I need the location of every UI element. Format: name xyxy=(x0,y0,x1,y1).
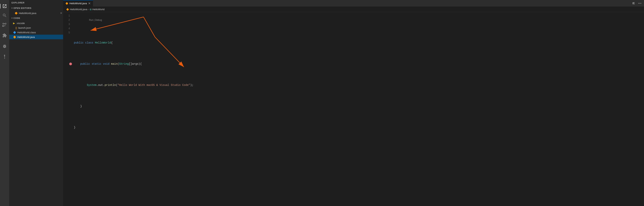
tab-close-button[interactable]: ✕ xyxy=(88,2,90,5)
code-line-2[interactable]: public static void main(String[]args){ xyxy=(72,62,644,66)
line-num-2: 2 xyxy=(63,18,70,22)
extensions-activity-icon[interactable] xyxy=(0,31,9,40)
explorer-activity-icon[interactable] xyxy=(0,2,9,11)
breakpoint-indicator xyxy=(69,63,72,65)
kw-atic: atic xyxy=(95,62,103,66)
tab-actions xyxy=(630,0,644,7)
args: []args){ xyxy=(129,62,142,66)
code-section-label: CODE xyxy=(14,17,20,19)
run-debug-activity-icon[interactable] xyxy=(0,42,9,51)
class-name: HelloWorld xyxy=(95,41,111,45)
brace-1: { xyxy=(111,41,112,45)
run-debug-hint: Run | Debug xyxy=(84,14,102,26)
open-editors-header[interactable]: ▾ OPEN EDITORS xyxy=(9,6,63,11)
kw-class: class xyxy=(85,41,95,45)
explorer-title: EXPLORER xyxy=(9,0,63,6)
kw-void: void xyxy=(103,62,111,66)
code-line-5[interactable]: } xyxy=(72,125,644,130)
breadcrumb-separator: › xyxy=(88,8,89,11)
line-num-1: 1 xyxy=(63,14,70,18)
code-line-4[interactable]: } xyxy=(72,104,644,108)
svg-point-1 xyxy=(640,3,640,4)
svg-line-5 xyxy=(144,17,155,37)
hello-world-class-name: HelloWorld.class xyxy=(17,31,36,34)
open-editors-chevron: ▾ xyxy=(12,7,13,9)
println-method: println xyxy=(105,83,116,87)
code-editor[interactable]: 1 2 3 4 5 Run | Debug public class Hello… xyxy=(63,12,644,206)
paren-3: ( xyxy=(116,83,117,87)
source-control-activity-icon[interactable] xyxy=(0,20,9,29)
annotation-arrow xyxy=(72,12,246,95)
line-num-3: 3 xyxy=(63,22,70,26)
method-main: main xyxy=(111,62,118,66)
class-icon: 🔷 xyxy=(13,31,16,34)
vscode-folder-name: .vscode xyxy=(16,22,25,25)
dot-out: .out. xyxy=(96,83,105,87)
java-file-icon: 🔶 xyxy=(14,12,18,15)
hello-world-java-tab[interactable]: 🔶 HelloWorld.java ✕ xyxy=(63,0,93,7)
code-chevron: ▾ xyxy=(12,17,13,19)
close-brace-class: } xyxy=(74,125,76,130)
svg-point-2 xyxy=(641,3,641,4)
explorer-label: EXPLORER xyxy=(12,2,24,4)
tab-label: HelloWorld.java xyxy=(70,2,87,5)
breadcrumb-file[interactable]: HelloWorld.java xyxy=(70,8,87,11)
line-num-4: 4 xyxy=(63,26,70,31)
code-section-header[interactable]: ▾ CODE xyxy=(9,16,63,21)
more-actions-button[interactable] xyxy=(637,1,642,6)
test-activity-icon[interactable] xyxy=(0,52,9,62)
string-literal: "Hello World With macOS & Visual Studio … xyxy=(118,83,190,87)
folder-icon: ▶ xyxy=(13,22,15,25)
open-editor-hello-world[interactable]: 🔶 HelloWorld.java ✕ xyxy=(9,11,63,16)
open-editor-filename: HelloWorld.java xyxy=(19,12,36,15)
semi-3: ); xyxy=(190,83,194,87)
hello-world-java-item[interactable]: 🔶 HelloWorld.java xyxy=(9,35,63,39)
sidebar: EXPLORER ▾ OPEN EDITORS 🔶 HelloWorld.jav… xyxy=(9,0,63,206)
kw-public-2: public xyxy=(80,62,92,66)
activity-bar xyxy=(0,0,9,206)
indent-2 xyxy=(74,62,80,66)
search-activity-icon[interactable] xyxy=(0,11,9,20)
code-content[interactable]: Run | Debug public class HelloWorld{ pub… xyxy=(72,12,644,206)
indent-3 xyxy=(74,83,87,87)
type-string: String xyxy=(119,62,129,66)
close-brace-method: } xyxy=(74,104,82,108)
editor-area: 🔶 HelloWorld.java ✕ 🔶 HelloWorld.java › … xyxy=(63,0,644,206)
line-numbers: 1 2 3 4 5 xyxy=(63,12,72,206)
breadcrumb-class[interactable]: HelloWorld xyxy=(92,8,104,11)
tab-java-icon: 🔶 xyxy=(66,2,68,5)
hello-world-class-item[interactable]: 🔷 HelloWorld.class xyxy=(9,30,63,35)
kw-static: st xyxy=(92,62,95,66)
hello-world-java-name: HelloWorld.java xyxy=(17,36,35,39)
system-class: System xyxy=(87,83,96,87)
java-icon-active: 🔶 xyxy=(13,36,16,39)
code-line-1[interactable]: public class HelloWorld{ xyxy=(72,41,644,45)
kw-public-1: public xyxy=(74,41,85,45)
vscode-folder-item[interactable]: ▶ .vscode xyxy=(9,21,63,26)
open-editors-label: OPEN EDITORS xyxy=(14,7,31,9)
tab-bar: 🔶 HelloWorld.java ✕ xyxy=(63,0,644,7)
breadcrumb: 🔶 HelloWorld.java › ⊞ HelloWorld xyxy=(63,7,644,12)
svg-line-4 xyxy=(90,17,144,31)
tab-spacer xyxy=(93,0,630,7)
paren-open: ( xyxy=(118,62,119,66)
code-line-3[interactable]: System.out.println("Hello World With mac… xyxy=(72,83,644,87)
breadcrumb-java-icon: 🔶 xyxy=(66,8,69,11)
launch-json-item[interactable]: {} launch.json xyxy=(9,26,63,30)
breadcrumb-class-icon: ⊞ xyxy=(90,8,92,11)
split-editor-button[interactable] xyxy=(631,1,636,6)
launch-json-name: launch.json xyxy=(18,26,31,29)
svg-point-0 xyxy=(638,3,639,4)
close-tab-icon[interactable]: ✕ xyxy=(60,12,62,15)
json-icon: {} xyxy=(16,26,17,29)
line-num-5: 5 xyxy=(63,31,70,35)
